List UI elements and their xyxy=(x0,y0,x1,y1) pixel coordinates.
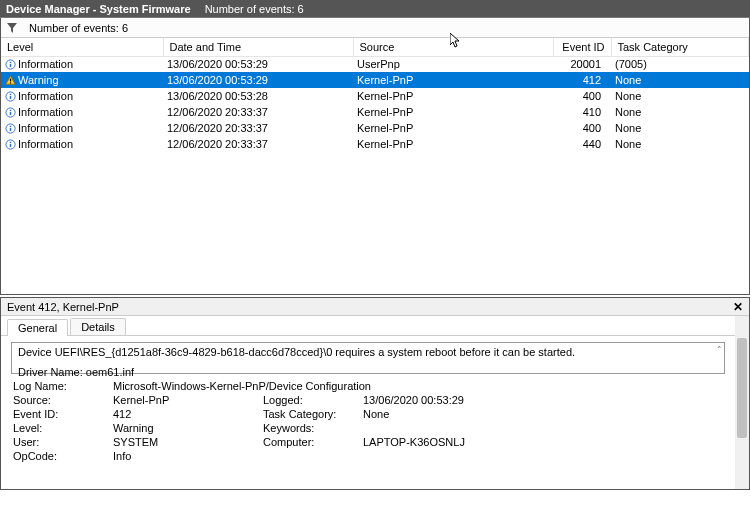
value-logname: Microsoft-Windows-Kernel-PnP/Device Conf… xyxy=(113,380,563,392)
svg-rect-3 xyxy=(10,79,11,82)
value-eventid: 412 xyxy=(113,408,263,420)
scrollbar-thumb[interactable] xyxy=(737,338,747,438)
detail-panel: Event 412, Kernel-PnP ✕ General Details … xyxy=(0,297,750,490)
event-table[interactable]: Level Date and Time Source Event ID Task… xyxy=(1,38,749,152)
svg-rect-6 xyxy=(10,94,11,95)
tab-general[interactable]: General xyxy=(7,319,68,336)
window-subtitle: Number of events: 6 xyxy=(205,3,304,15)
svg-rect-12 xyxy=(10,126,11,127)
svg-rect-7 xyxy=(10,96,11,99)
event-message-line2: Driver Name: oem61.inf xyxy=(18,366,718,378)
event-message-line1: Device UEFI\RES_{d1251a8f-36c9-4829-b618… xyxy=(18,346,718,358)
window-titlebar: Device Manager - System Firmware Number … xyxy=(0,0,750,18)
label-source: Source: xyxy=(13,394,113,406)
filter-icon[interactable] xyxy=(7,23,17,33)
label-logged: Logged: xyxy=(263,394,363,406)
svg-rect-16 xyxy=(10,144,11,147)
svg-rect-4 xyxy=(10,82,11,83)
table-row[interactable]: Warning13/06/2020 00:53:29Kernel-PnP412N… xyxy=(1,72,749,88)
label-category: Task Category: xyxy=(263,408,363,420)
close-icon[interactable]: ✕ xyxy=(733,300,743,314)
tab-details[interactable]: Details xyxy=(70,318,126,335)
label-user: User: xyxy=(13,436,113,448)
svg-rect-15 xyxy=(10,142,11,143)
detail-tabs: General Details xyxy=(1,316,749,336)
value-computer: LAPTOP-K36OSNLJ xyxy=(363,436,563,448)
value-user: SYSTEM xyxy=(113,436,263,448)
info-icon xyxy=(5,107,16,118)
table-row[interactable]: Information12/06/2020 20:33:37Kernel-PnP… xyxy=(1,104,749,120)
table-row[interactable]: Information12/06/2020 20:33:37Kernel-PnP… xyxy=(1,136,749,152)
svg-rect-2 xyxy=(10,64,11,67)
column-date[interactable]: Date and Time xyxy=(163,38,353,56)
column-level[interactable]: Level xyxy=(1,38,163,56)
svg-rect-9 xyxy=(10,110,11,111)
value-level: Warning xyxy=(113,422,263,434)
toolbar: Number of events: 6 xyxy=(1,18,749,38)
table-row[interactable]: Information13/06/2020 00:53:28Kernel-PnP… xyxy=(1,88,749,104)
window-title: Device Manager - System Firmware xyxy=(6,3,191,15)
column-category[interactable]: Task Category xyxy=(611,38,749,56)
value-category: None xyxy=(363,408,563,420)
table-row[interactable]: Information13/06/2020 00:53:29UserPnp200… xyxy=(1,56,749,72)
label-computer: Computer: xyxy=(263,436,363,448)
event-message-box[interactable]: Device UEFI\RES_{d1251a8f-36c9-4829-b618… xyxy=(11,342,725,374)
detail-header-title: Event 412, Kernel-PnP xyxy=(7,301,119,313)
event-count-label: Number of events: 6 xyxy=(29,22,128,34)
properties-grid: Log Name: Microsoft-Windows-Kernel-PnP/D… xyxy=(13,380,723,462)
detail-header-bar: Event 412, Kernel-PnP ✕ xyxy=(1,298,749,316)
label-opcode: OpCode: xyxy=(13,450,113,462)
svg-rect-1 xyxy=(10,62,11,63)
info-icon xyxy=(5,91,16,102)
column-eventid[interactable]: Event ID xyxy=(553,38,611,56)
value-keywords xyxy=(363,422,563,434)
label-keywords: Keywords: xyxy=(263,422,363,434)
value-source: Kernel-PnP xyxy=(113,394,263,406)
label-logname: Log Name: xyxy=(13,380,113,392)
chevron-up-icon[interactable]: ˄ xyxy=(717,344,722,356)
value-logged: 13/06/2020 00:53:29 xyxy=(363,394,563,406)
event-list-panel: Number of events: 6 Level Date and Time … xyxy=(0,18,750,295)
detail-scrollbar[interactable] xyxy=(735,316,749,489)
info-icon xyxy=(5,59,16,70)
label-eventid: Event ID: xyxy=(13,408,113,420)
warning-icon xyxy=(5,75,16,86)
table-row[interactable]: Information12/06/2020 20:33:37Kernel-PnP… xyxy=(1,120,749,136)
value-opcode: Info xyxy=(113,450,263,462)
label-level: Level: xyxy=(13,422,113,434)
info-icon xyxy=(5,123,16,134)
svg-rect-13 xyxy=(10,128,11,131)
svg-rect-10 xyxy=(10,112,11,115)
info-icon xyxy=(5,139,16,150)
column-source[interactable]: Source xyxy=(353,38,553,56)
